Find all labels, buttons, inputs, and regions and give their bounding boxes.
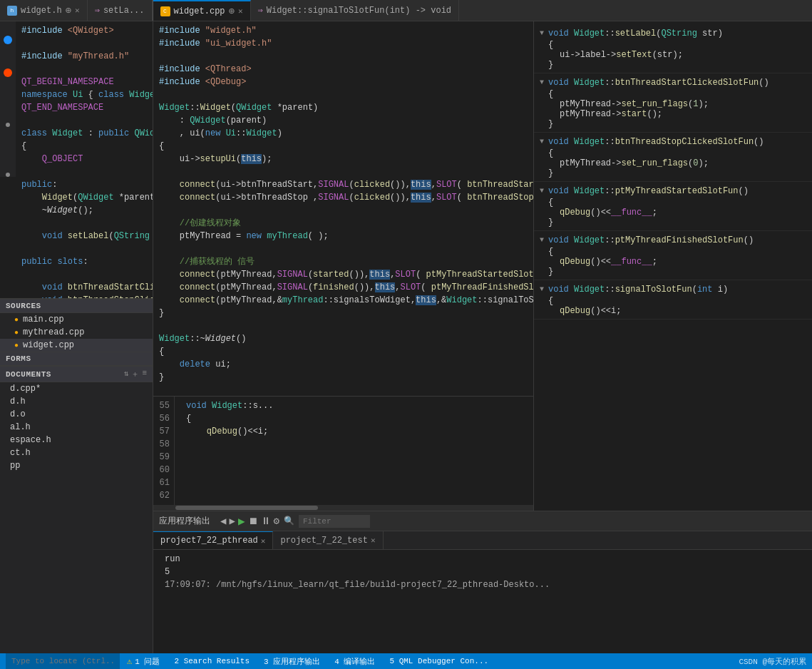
sidebar: #include <QWidget> #include "myThread.h"… <box>0 21 153 653</box>
arrow-file-icon-1: ⇒ <box>95 5 100 16</box>
center-bottom-pre: void Widget::s... { qDebug()<<i; <box>180 399 528 451</box>
sidebar-file-main-cpp[interactable]: ● main.cpp <box>0 313 153 326</box>
widget-cpp-code: #include "widget.h" #include "ui_widget.… <box>153 24 533 396</box>
func-started-content: qDebug()<<__func__; <box>548 208 749 218</box>
collapse-arrow-1: ▼ <box>540 29 544 37</box>
center-h-scroll[interactable] <box>153 505 533 511</box>
watermark-text: CSDN @每天的积累 <box>739 658 806 666</box>
tab-widget-h[interactable]: h widget.h ⊕ ✕ <box>0 0 88 21</box>
func-btn-stop-body: void Widget::btnThreadStopClickedSlotFun… <box>548 136 764 178</box>
status-compile-label: 4 编译输出 <box>334 656 375 667</box>
documents-file-list: d.cpp* d.h d.o al.h espace.h ct.h <box>0 382 153 653</box>
func-btn-stop-arrow[interactable]: ▼ void Widget::btnThreadStopClickedSlotF… <box>540 136 806 178</box>
status-item-compile[interactable]: 4 编译输出 <box>327 653 382 669</box>
status-item-output[interactable]: 3 应用程序输出 <box>257 653 327 669</box>
func-btn-start-arrow[interactable]: ▼ void Widget::btnThreadStartClickedSlot… <box>540 76 806 129</box>
tab-signal-slot[interactable]: ⇒ Widget::signalToSlotFun(int) -> void <box>251 0 459 21</box>
func-set-label-content: ui->label->setText(str); <box>548 50 723 60</box>
collapse-arrow-3: ▼ <box>540 138 544 145</box>
output-tab-pthread-close[interactable]: ✕ <box>261 536 266 546</box>
documents-label: Documents <box>6 370 51 379</box>
output-tab-project-pthread[interactable]: project7_22_pthread ✕ <box>153 531 273 549</box>
func-btn-stop-open: { <box>548 148 764 158</box>
func-finished-arrow[interactable]: ▼ void Widget::ptMyThreadFinishedSlotFun… <box>540 234 806 277</box>
forms-section-header[interactable]: Forms <box>0 352 153 366</box>
func-started-sig: void Widget::ptMyThreadStartedSlotFun() <box>548 185 749 198</box>
func-btn-start-line1: ptMyThread->set_run_flags(1); <box>548 99 769 109</box>
doc-file-d-h-label: d.h <box>10 397 26 407</box>
output-tab-project-test[interactable]: project_7_22_test ✕ <box>273 531 383 549</box>
tab-widget-cpp[interactable]: C widget.cpp ⊕ ✕ <box>153 0 251 21</box>
func-signal-slot-content: qDebug()<<i; <box>548 306 728 316</box>
output-tab-test-label: project_7_22_test <box>280 536 367 546</box>
warning-icon: ⚠ <box>127 656 132 667</box>
func-set-label-open: { <box>548 40 723 50</box>
output-tab-test-close[interactable]: ✕ <box>371 536 376 545</box>
code-panels-container: #include "widget.h" #include "ui_widget.… <box>153 21 812 653</box>
tab-set-la-label: setLa... <box>103 6 145 16</box>
widget-h-code: #include <QWidget> #include "myThread.h"… <box>0 21 153 298</box>
func-finished: ▼ void Widget::ptMyThreadFinishedSlotFun… <box>534 231 812 280</box>
status-qml-label: 5 QML Debugger Con... <box>389 657 488 665</box>
tab-widget-h-close[interactable]: ✕ <box>75 6 80 15</box>
func-set-label-sig: void Widget::setLabel(QString str) <box>548 27 723 40</box>
cpp-icon-2: ● <box>14 329 19 337</box>
doc-file-espace-h[interactable]: espace.h <box>0 434 153 446</box>
cpp-icon-1: ● <box>14 316 19 324</box>
output-nav-prev-icon[interactable]: ◀ <box>220 515 226 527</box>
status-item-qml[interactable]: 5 QML Debugger Con... <box>382 653 495 669</box>
output-settings-icon[interactable]: ⚙ <box>274 515 279 527</box>
func-set-label-arrow[interactable]: ▼ void Widget::setLabel(QString str) { u… <box>540 27 806 70</box>
output-stop2-icon[interactable]: ⏸ <box>261 516 271 527</box>
collapse-arrow-6: ▼ <box>540 285 544 293</box>
doc-file-d-cpp[interactable]: d.cpp* <box>0 382 153 395</box>
tab-widget-cpp-split[interactable]: ⊕ <box>229 5 235 17</box>
func-signal-slot-arrow[interactable]: ▼ void Widget::signalToSlotFun(int i) { … <box>540 283 806 316</box>
func-signal-slot: ▼ void Widget::signalToSlotFun(int i) { … <box>534 280 812 320</box>
documents-add-icon[interactable]: ＋ <box>131 369 139 379</box>
file-main-cpp-label: main.cpp <box>23 315 64 325</box>
output-run-icon[interactable]: ▶ <box>238 514 245 528</box>
status-problems-label: 1 问题 <box>135 656 160 667</box>
doc-file-ct-h-label: ct.h <box>10 448 31 458</box>
center-code-bottom: 5556575859606162 void Widget::s... { qDe… <box>153 396 533 505</box>
status-item-search[interactable]: 2 Search Results <box>167 653 257 669</box>
output-title: 应用程序输出 <box>159 515 210 527</box>
collapse-arrow-4: ▼ <box>540 187 544 195</box>
filter-input[interactable] <box>299 515 370 528</box>
sidebar-file-widget-cpp[interactable]: ● widget.cpp <box>0 339 153 352</box>
sidebar-file-mythread-cpp[interactable]: ● mythread.cpp <box>0 326 153 339</box>
documents-section-header[interactable]: Documents ⇅ ＋ ≡ <box>0 366 153 382</box>
tab-widget-h-split[interactable]: ⊕ <box>66 4 71 16</box>
output-nav-next-icon[interactable]: ▶ <box>229 515 235 527</box>
line-numbers: 5556575859606162 <box>153 397 175 505</box>
center-code-content[interactable]: #include "widget.h" #include "ui_widget.… <box>153 21 533 511</box>
func-finished-close: } <box>548 267 754 277</box>
output-tabs: project7_22_pthread ✕ project_7_22_test … <box>153 531 812 550</box>
doc-file-ct-h[interactable]: ct.h <box>0 446 153 459</box>
doc-file-al-h[interactable]: al.h <box>0 421 153 434</box>
func-started-arrow[interactable]: ▼ void Widget::ptMyThreadStartedSlotFun(… <box>540 185 806 228</box>
sources-section-header[interactable]: Sources <box>0 299 153 313</box>
doc-file-d-o[interactable]: d.o <box>0 408 153 421</box>
documents-sync-icon[interactable]: ⇅ <box>124 369 129 379</box>
output-content[interactable]: run 5 17:09:07: /mnt/hgfs/linux_learn/qt… <box>153 550 812 653</box>
locate-input[interactable] <box>6 653 120 669</box>
func-btn-stop: ▼ void Widget::btnThreadStopClickedSlotF… <box>534 133 812 182</box>
right-panel-content[interactable]: ▼ void Widget::setLabel(QString str) { u… <box>534 21 812 511</box>
func-btn-start-sig: void Widget::btnThreadStartClickedSlotFu… <box>548 76 769 89</box>
func-finished-sig: void Widget::ptMyThreadFinishedSlotFun() <box>548 234 754 247</box>
doc-file-d-h[interactable]: d.h <box>0 395 153 408</box>
tab-widget-cpp-close[interactable]: ✕ <box>238 6 243 16</box>
output-tab-pthread-label: project7_22_pthread <box>160 536 258 546</box>
func-finished-body: void Widget::ptMyThreadFinishedSlotFun()… <box>548 234 754 277</box>
tab-set-la[interactable]: ⇒ setLa... <box>88 0 153 21</box>
documents-filter-icon[interactable]: ≡ <box>142 369 147 379</box>
doc-file-d-cpp-label: d.cpp* <box>10 384 41 394</box>
func-signal-slot-sig: void Widget::signalToSlotFun(int i) <box>548 283 728 296</box>
status-item-problems[interactable]: ⚠ 1 问题 <box>120 653 167 669</box>
status-output-label: 3 应用程序输出 <box>264 656 320 667</box>
doc-file-pp[interactable]: pp <box>0 459 153 472</box>
output-stop-icon[interactable]: ⏹ <box>248 516 258 527</box>
func-finished-content: qDebug()<<__func__; <box>548 257 754 267</box>
